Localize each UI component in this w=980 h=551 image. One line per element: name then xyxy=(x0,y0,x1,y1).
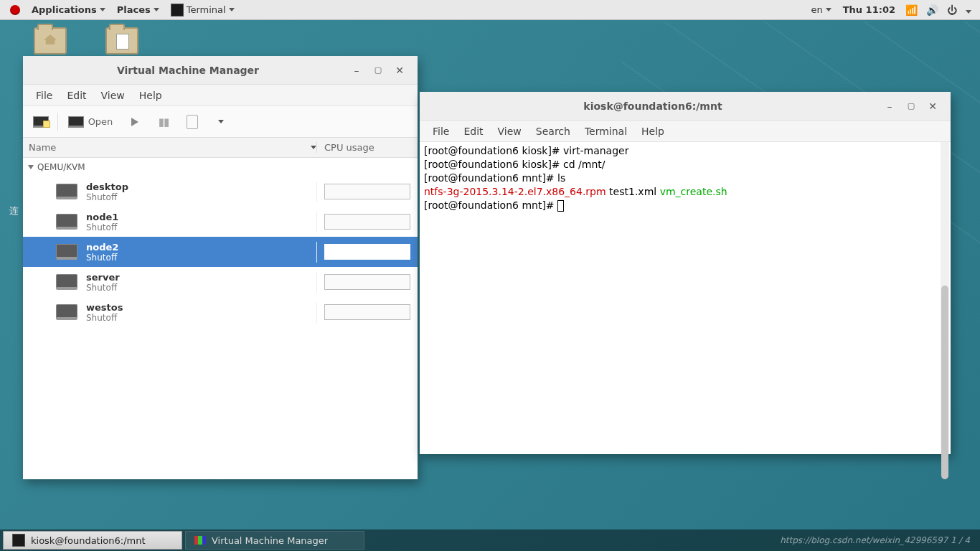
terminal-title: kiosk@foundation6:/mnt xyxy=(427,100,879,112)
vm-monitor-icon xyxy=(56,274,77,290)
clock[interactable]: Thu 11:02 xyxy=(837,0,901,19)
terminal-icon xyxy=(12,534,25,547)
vmm-minimize-button[interactable] xyxy=(346,65,367,76)
terminal-titlebar[interactable]: kiosk@foundation6:/mnt xyxy=(420,92,951,121)
taskbar-entry-terminal[interactable]: kiosk@foundation6:/mnt xyxy=(3,531,182,550)
open-vm-button[interactable]: Open xyxy=(62,111,118,133)
vm-monitor-icon xyxy=(56,184,77,199)
ls-output-rpm: ntfs-3g-2015.3.14-2.el7.x86_64.rpm xyxy=(424,186,606,197)
vmm-menubar: File Edit View Help xyxy=(23,85,418,106)
applications-menu[interactable]: Applications xyxy=(26,0,111,19)
home-folder-icon[interactable] xyxy=(29,27,72,57)
shutdown-vm-button[interactable] xyxy=(180,111,204,133)
terminal-maximize-button[interactable] xyxy=(900,101,922,110)
cpu-usage-bar xyxy=(324,184,410,199)
column-name[interactable]: Name xyxy=(23,142,317,153)
vm-name: desktop xyxy=(86,182,128,192)
vmm-column-headers: Name CPU usage xyxy=(23,138,418,158)
watermark-text: https://blog.csdn.net/weixin_42996597 1 … xyxy=(780,535,977,545)
terminal-minimize-button[interactable] xyxy=(879,100,900,112)
running-app-indicator[interactable]: Terminal xyxy=(165,0,240,19)
sort-caret-icon xyxy=(311,146,316,149)
terminal-menu-search[interactable]: Search xyxy=(529,126,578,137)
vmm-close-button[interactable] xyxy=(389,65,410,76)
vmm-toolbar: Open xyxy=(23,106,418,138)
column-cpu[interactable]: CPU usage xyxy=(317,142,418,153)
shutdown-menu-caret[interactable] xyxy=(209,111,233,133)
new-vm-button[interactable] xyxy=(29,111,53,133)
vmm-title: Virtual Machine Manager xyxy=(30,65,346,76)
terminal-menubar: File Edit View Search Terminal Help xyxy=(420,121,951,142)
terminal-window: kiosk@foundation6:/mnt File Edit View Se… xyxy=(420,92,951,454)
vm-state: Shutoff xyxy=(86,192,128,202)
vm-row-node1[interactable]: node1Shutoff xyxy=(23,207,418,237)
vmm-menu-help[interactable]: Help xyxy=(132,90,169,101)
terminal-menu-help[interactable]: Help xyxy=(634,126,672,137)
input-language[interactable]: en xyxy=(805,0,837,19)
run-vm-button[interactable] xyxy=(123,111,147,133)
vm-name: server xyxy=(86,272,120,283)
hypervisor-row[interactable]: QEMU/KVM xyxy=(23,158,418,176)
places-menu[interactable]: Places xyxy=(111,0,165,19)
vmm-titlebar[interactable]: Virtual Machine Manager xyxy=(23,56,418,85)
cpu-usage-bar xyxy=(324,244,410,260)
vm-name: node2 xyxy=(86,242,118,253)
virt-manager-icon xyxy=(194,536,206,545)
pause-vm-button[interactable] xyxy=(151,111,176,133)
vmm-menu-view[interactable]: View xyxy=(94,90,132,101)
vmm-maximize-button[interactable] xyxy=(367,65,389,75)
terminal-menu-terminal[interactable]: Terminal xyxy=(578,126,634,137)
distro-icon[interactable] xyxy=(4,0,26,19)
vm-row-node2[interactable]: node2Shutoff xyxy=(23,237,418,267)
vm-row-server[interactable]: serverShutoff xyxy=(23,267,418,297)
bottom-taskbar: kiosk@foundation6:/mnt Virtual Machine M… xyxy=(0,529,980,551)
vm-state: Shutoff xyxy=(86,283,120,293)
vm-monitor-icon xyxy=(56,244,77,260)
ls-output-script: vm_create.sh xyxy=(660,186,727,197)
monitor-icon xyxy=(33,116,49,128)
cpu-usage-bar xyxy=(324,214,410,230)
top-panel: Applications Places Terminal en Thu 11:0… xyxy=(0,0,980,20)
taskbar-entry-vmm[interactable]: Virtual Machine Manager xyxy=(185,531,364,550)
vm-list: QEMU/KVM desktopShutoffnode1Shutoffnode2… xyxy=(23,158,418,479)
vm-monitor-icon xyxy=(56,214,77,230)
terminal-cursor xyxy=(557,200,564,212)
ls-output-xml: test1.xml xyxy=(606,186,660,197)
terminal-menu-file[interactable]: File xyxy=(425,126,456,137)
vm-row-westos[interactable]: westosShutoff xyxy=(23,297,418,327)
cpu-usage-bar xyxy=(324,274,410,290)
vm-monitor-icon xyxy=(56,304,77,320)
monitor-icon xyxy=(68,116,84,128)
terminal-scrollbar[interactable] xyxy=(941,142,949,454)
power-icon[interactable]: ⏻ xyxy=(943,4,961,16)
cpu-usage-bar xyxy=(324,304,410,320)
scrollbar-thumb[interactable] xyxy=(941,286,948,479)
vm-state: Shutoff xyxy=(86,313,123,323)
terminal-icon xyxy=(171,4,184,17)
terminal-body[interactable]: [root@foundation6 kiosk]# virt-manager [… xyxy=(420,142,951,454)
virt-manager-window: Virtual Machine Manager File Edit View H… xyxy=(23,56,418,479)
desktop-partial-label: 连 xyxy=(9,204,19,217)
vm-state: Shutoff xyxy=(86,222,118,232)
terminal-menu-view[interactable]: View xyxy=(491,126,529,137)
vm-name: westos xyxy=(86,302,123,313)
vm-state: Shutoff xyxy=(86,253,118,263)
terminal-menu-edit[interactable]: Edit xyxy=(456,126,490,137)
volume-icon[interactable]: 🔊 xyxy=(922,4,943,16)
vm-row-desktop[interactable]: desktopShutoff xyxy=(23,176,418,207)
vmm-menu-edit[interactable]: Edit xyxy=(60,90,93,101)
vmm-menu-file[interactable]: File xyxy=(29,90,60,101)
terminal-close-button[interactable] xyxy=(922,100,943,112)
network-icon[interactable]: 📶 xyxy=(901,4,922,16)
documents-folder-icon[interactable] xyxy=(100,27,143,57)
user-menu-caret[interactable] xyxy=(961,4,976,16)
vm-name: node1 xyxy=(86,212,118,222)
